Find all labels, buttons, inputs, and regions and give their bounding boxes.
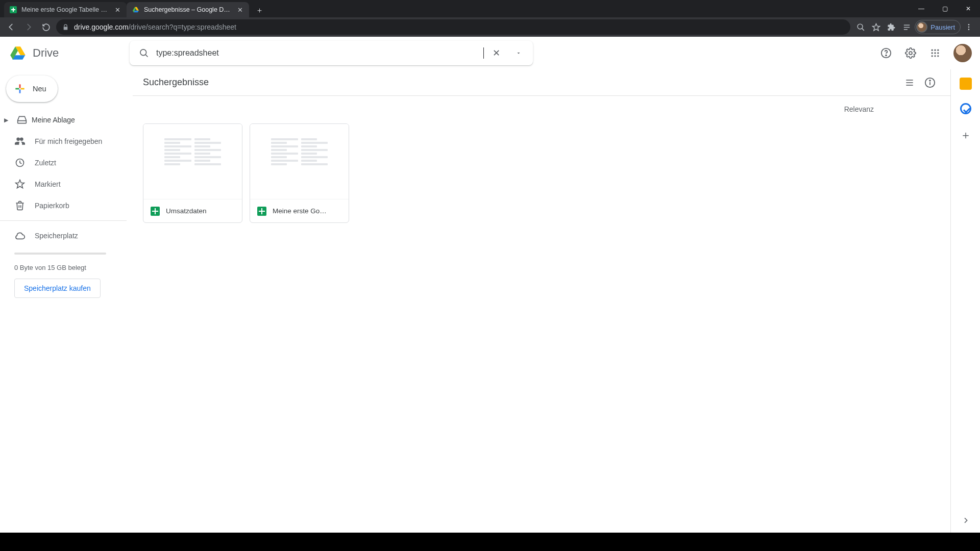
svg-marker-24 — [16, 180, 24, 188]
support-button[interactable] — [876, 43, 896, 63]
close-icon[interactable]: ✕ — [236, 6, 244, 14]
tab-title: Suchergebnisse – Google Drive — [144, 6, 232, 13]
reload-button[interactable] — [39, 20, 53, 34]
profile-chip[interactable]: Pausiert — [915, 20, 961, 34]
sidebar-item-recent[interactable]: Zuletzt — [0, 152, 127, 173]
file-thumbnail — [250, 124, 349, 199]
reading-list-icon[interactable] — [899, 20, 914, 34]
divider — [0, 220, 127, 221]
close-icon[interactable]: ✕ — [113, 6, 121, 14]
svg-point-6 — [968, 24, 970, 26]
side-panel: ＋ — [950, 69, 980, 533]
taskbar — [0, 533, 980, 551]
profile-label: Pausiert — [930, 23, 955, 31]
star-icon — [14, 179, 26, 190]
sidebar-item-my-drive[interactable]: ▶ Meine Ablage — [0, 109, 127, 131]
lock-icon — [62, 24, 69, 31]
svg-point-30 — [929, 80, 930, 81]
add-addon-button[interactable]: ＋ — [960, 128, 971, 143]
zoom-icon[interactable] — [853, 20, 868, 34]
main-toolbar: Suchergebnisse — [133, 69, 950, 96]
new-button-label: Neu — [33, 85, 46, 93]
clear-search-button[interactable]: ✕ — [486, 43, 506, 63]
sidebar: Neu ▶ Meine Ablage Für mich freigegeben — [0, 69, 133, 533]
svg-line-10 — [145, 55, 148, 57]
browser-tab-1[interactable]: Suchergebnisse – Google Drive ✕ — [127, 2, 249, 17]
search-box[interactable]: ✕ — [130, 41, 533, 65]
account-avatar[interactable] — [953, 44, 972, 62]
apps-grid-button[interactable] — [925, 43, 945, 63]
sidebar-item-label: Papierkorb — [35, 202, 69, 210]
page-title: Suchergebnisse — [143, 77, 209, 88]
plus-icon — [13, 82, 27, 95]
cloud-icon — [14, 230, 26, 241]
svg-point-13 — [909, 52, 912, 55]
details-button[interactable] — [920, 72, 940, 93]
svg-marker-2 — [872, 23, 879, 30]
svg-point-17 — [932, 52, 933, 54]
svg-point-12 — [886, 55, 887, 56]
keep-icon[interactable] — [960, 78, 972, 90]
sort-label[interactable]: Relevanz — [844, 105, 874, 113]
sheets-favicon — [9, 6, 17, 14]
browser-navbar: drive.google.com/drive/search?q=type:spr… — [0, 17, 980, 37]
new-button[interactable]: Neu — [6, 76, 58, 102]
svg-point-9 — [140, 49, 146, 56]
browser-titlebar: Meine erste Google Tabelle - Go ✕ Sucher… — [0, 0, 980, 17]
settings-button[interactable] — [900, 43, 921, 63]
brand-title: Drive — [33, 46, 59, 60]
svg-point-15 — [934, 49, 936, 51]
content-area: Relevanz Umsatzdaten — [133, 96, 950, 533]
sidebar-item-label: Speicherplatz — [35, 232, 78, 240]
shared-icon — [14, 136, 26, 147]
svg-point-16 — [937, 49, 939, 51]
drive-header: Drive ✕ — [0, 37, 980, 69]
buy-storage-button[interactable]: Speicherplatz kaufen — [14, 279, 101, 298]
tab-title: Meine erste Google Tabelle - Go — [21, 6, 109, 13]
svg-point-8 — [968, 29, 970, 30]
svg-point-14 — [932, 49, 933, 51]
chevron-right-icon: ▶ — [4, 117, 12, 123]
close-button[interactable]: ✕ — [957, 0, 980, 17]
search-icon[interactable] — [134, 43, 154, 63]
storage-usage-text: 0 Byte von 15 GB belegt — [14, 264, 121, 271]
tasks-icon[interactable] — [960, 103, 971, 114]
maximize-button[interactable]: ▢ — [933, 0, 957, 17]
drive-brand[interactable]: Drive — [8, 44, 126, 62]
file-thumbnail — [143, 124, 242, 199]
forward-button[interactable] — [21, 20, 36, 34]
file-name: Meine erste Go… — [273, 207, 327, 215]
sidebar-item-label: Meine Ablage — [32, 116, 75, 124]
svg-point-0 — [857, 24, 863, 29]
sidebar-item-shared[interactable]: Für mich freigegeben — [0, 131, 127, 152]
sidebar-item-starred[interactable]: Markiert — [0, 173, 127, 195]
sidebar-item-storage[interactable]: Speicherplatz — [0, 225, 127, 246]
svg-point-7 — [968, 27, 970, 28]
minimize-button[interactable]: — — [910, 0, 933, 17]
avatar-icon — [916, 21, 927, 33]
kebab-menu-icon[interactable] — [962, 20, 976, 34]
my-drive-icon — [16, 114, 28, 126]
back-button[interactable] — [4, 20, 18, 34]
sidebar-item-trash[interactable]: Papierkorb — [0, 195, 127, 216]
collapse-panel-button[interactable] — [955, 510, 976, 531]
extensions-icon[interactable] — [884, 20, 898, 34]
sidebar-item-label: Zuletzt — [35, 159, 56, 167]
file-card[interactable]: Meine erste Go… — [250, 123, 349, 223]
bookmark-icon[interactable] — [869, 20, 883, 34]
text-cursor — [483, 47, 484, 59]
sheets-icon — [257, 207, 266, 216]
search-options-button[interactable] — [508, 43, 529, 63]
file-card[interactable]: Umsatzdaten — [143, 123, 242, 223]
svg-point-22 — [937, 55, 939, 57]
buy-storage-label: Speicherplatz kaufen — [24, 284, 91, 292]
list-view-button[interactable] — [899, 72, 920, 93]
browser-tab-0[interactable]: Meine erste Google Tabelle - Go ✕ — [4, 2, 127, 17]
search-input[interactable] — [156, 48, 463, 58]
new-tab-button[interactable]: ＋ — [252, 3, 266, 17]
navbar-right: Pausiert — [853, 20, 976, 34]
clock-icon — [14, 157, 26, 168]
window-controls: — ▢ ✕ — [910, 0, 980, 17]
results-grid: Umsatzdaten Meine erste Go… — [143, 120, 940, 223]
address-bar[interactable]: drive.google.com/drive/search?q=type:spr… — [56, 19, 850, 35]
